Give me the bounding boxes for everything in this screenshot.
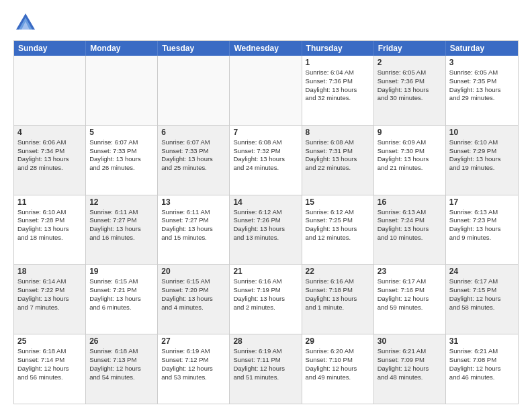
day-number: 17 [449, 197, 515, 207]
cal-header-cell: Wednesday [230, 41, 302, 56]
day-info: Sunrise: 6:12 AM Sunset: 7:25 PM Dayligh… [306, 208, 370, 242]
day-info: Sunrise: 6:09 AM Sunset: 7:30 PM Dayligh… [378, 138, 442, 173]
day-number: 29 [306, 336, 370, 346]
day-info: Sunrise: 6:06 AM Sunset: 7:34 PM Dayligh… [17, 138, 82, 173]
calendar-cell: 13Sunrise: 6:11 AM Sunset: 7:27 PM Dayli… [158, 195, 230, 265]
day-number: 12 [89, 197, 154, 207]
day-number: 27 [161, 336, 226, 346]
day-info: Sunrise: 6:14 AM Sunset: 7:22 PM Dayligh… [17, 277, 82, 312]
day-number: 22 [306, 267, 370, 276]
cal-header-cell: Tuesday [158, 41, 230, 56]
day-info: Sunrise: 6:10 AM Sunset: 7:28 PM Dayligh… [17, 208, 82, 242]
day-number: 2 [378, 58, 442, 67]
calendar-cell [158, 56, 230, 125]
day-number: 8 [306, 128, 370, 137]
day-info: Sunrise: 6:15 AM Sunset: 7:21 PM Dayligh… [89, 277, 154, 312]
calendar-row: 25Sunrise: 6:18 AM Sunset: 7:14 PM Dayli… [14, 334, 518, 404]
day-number: 3 [449, 58, 515, 67]
day-info: Sunrise: 6:15 AM Sunset: 7:20 PM Dayligh… [161, 277, 226, 312]
calendar-cell: 11Sunrise: 6:10 AM Sunset: 7:28 PM Dayli… [14, 195, 86, 265]
calendar-cell: 28Sunrise: 6:19 AM Sunset: 7:11 PM Dayli… [230, 334, 302, 404]
page: SundayMondayTuesdayWednesdayThursdayFrid… [0, 0, 532, 411]
day-info: Sunrise: 6:16 AM Sunset: 7:18 PM Dayligh… [306, 277, 370, 312]
day-number: 11 [17, 197, 82, 207]
day-info: Sunrise: 6:19 AM Sunset: 7:11 PM Dayligh… [233, 347, 298, 381]
calendar-cell [86, 56, 158, 125]
logo [13, 11, 40, 35]
day-info: Sunrise: 6:10 AM Sunset: 7:29 PM Dayligh… [449, 138, 515, 173]
calendar-cell: 10Sunrise: 6:10 AM Sunset: 7:29 PM Dayli… [446, 126, 518, 195]
day-info: Sunrise: 6:17 AM Sunset: 7:15 PM Dayligh… [449, 277, 515, 312]
calendar-cell: 23Sunrise: 6:17 AM Sunset: 7:16 PM Dayli… [374, 265, 446, 334]
calendar-cell: 5Sunrise: 6:07 AM Sunset: 7:33 PM Daylig… [86, 126, 158, 195]
calendar-cell: 25Sunrise: 6:18 AM Sunset: 7:14 PM Dayli… [14, 334, 86, 404]
calendar-body: 1Sunrise: 6:04 AM Sunset: 7:36 PM Daylig… [14, 56, 518, 404]
calendar-cell: 26Sunrise: 6:18 AM Sunset: 7:13 PM Dayli… [86, 334, 158, 404]
day-info: Sunrise: 6:12 AM Sunset: 7:26 PM Dayligh… [233, 208, 298, 242]
calendar-cell: 27Sunrise: 6:19 AM Sunset: 7:12 PM Dayli… [158, 334, 230, 404]
calendar-cell: 24Sunrise: 6:17 AM Sunset: 7:15 PM Dayli… [446, 265, 518, 334]
cal-header-cell: Monday [86, 41, 158, 56]
calendar-cell: 8Sunrise: 6:08 AM Sunset: 7:31 PM Daylig… [302, 126, 374, 195]
calendar-cell [14, 56, 86, 125]
day-number: 18 [17, 267, 82, 276]
day-number: 19 [89, 267, 154, 276]
day-info: Sunrise: 6:21 AM Sunset: 7:08 PM Dayligh… [449, 347, 515, 381]
calendar-row: 4Sunrise: 6:06 AM Sunset: 7:34 PM Daylig… [14, 125, 518, 195]
cal-header-cell: Sunday [14, 41, 86, 56]
day-info: Sunrise: 6:07 AM Sunset: 7:33 PM Dayligh… [161, 138, 226, 173]
day-number: 23 [378, 267, 442, 276]
header [13, 11, 519, 35]
cal-header-cell: Saturday [446, 41, 518, 56]
day-info: Sunrise: 6:08 AM Sunset: 7:31 PM Dayligh… [306, 138, 370, 173]
calendar-cell: 12Sunrise: 6:11 AM Sunset: 7:27 PM Dayli… [86, 195, 158, 265]
cal-header-cell: Friday [374, 41, 446, 56]
calendar: SundayMondayTuesdayWednesdayThursdayFrid… [13, 40, 519, 404]
calendar-cell: 1Sunrise: 6:04 AM Sunset: 7:36 PM Daylig… [302, 56, 374, 125]
cal-header-cell: Thursday [302, 41, 374, 56]
calendar-cell: 18Sunrise: 6:14 AM Sunset: 7:22 PM Dayli… [14, 265, 86, 334]
day-info: Sunrise: 6:16 AM Sunset: 7:19 PM Dayligh… [233, 277, 298, 312]
day-info: Sunrise: 6:21 AM Sunset: 7:09 PM Dayligh… [378, 347, 442, 381]
day-number: 4 [17, 128, 82, 137]
day-info: Sunrise: 6:07 AM Sunset: 7:33 PM Dayligh… [89, 138, 154, 173]
calendar-header: SundayMondayTuesdayWednesdayThursdayFrid… [14, 41, 518, 56]
day-number: 5 [89, 128, 154, 137]
calendar-cell: 19Sunrise: 6:15 AM Sunset: 7:21 PM Dayli… [86, 265, 158, 334]
calendar-cell: 9Sunrise: 6:09 AM Sunset: 7:30 PM Daylig… [374, 126, 446, 195]
day-info: Sunrise: 6:13 AM Sunset: 7:23 PM Dayligh… [449, 208, 515, 242]
day-number: 1 [306, 58, 370, 67]
day-info: Sunrise: 6:19 AM Sunset: 7:12 PM Dayligh… [161, 347, 226, 381]
calendar-row: 18Sunrise: 6:14 AM Sunset: 7:22 PM Dayli… [14, 264, 518, 334]
calendar-cell [230, 56, 302, 125]
day-number: 6 [161, 128, 226, 137]
day-number: 24 [449, 267, 515, 276]
calendar-cell: 17Sunrise: 6:13 AM Sunset: 7:23 PM Dayli… [446, 195, 518, 265]
calendar-cell: 29Sunrise: 6:20 AM Sunset: 7:10 PM Dayli… [302, 334, 374, 404]
day-info: Sunrise: 6:04 AM Sunset: 7:36 PM Dayligh… [306, 68, 370, 103]
day-info: Sunrise: 6:11 AM Sunset: 7:27 PM Dayligh… [161, 208, 226, 242]
day-info: Sunrise: 6:18 AM Sunset: 7:14 PM Dayligh… [17, 347, 82, 381]
day-number: 14 [233, 197, 298, 207]
day-number: 7 [233, 128, 298, 137]
day-info: Sunrise: 6:20 AM Sunset: 7:10 PM Dayligh… [306, 347, 370, 381]
calendar-cell: 20Sunrise: 6:15 AM Sunset: 7:20 PM Dayli… [158, 265, 230, 334]
day-number: 21 [233, 267, 298, 276]
day-info: Sunrise: 6:08 AM Sunset: 7:32 PM Dayligh… [233, 138, 298, 173]
day-info: Sunrise: 6:11 AM Sunset: 7:27 PM Dayligh… [89, 208, 154, 242]
calendar-row: 1Sunrise: 6:04 AM Sunset: 7:36 PM Daylig… [14, 56, 518, 125]
calendar-cell: 6Sunrise: 6:07 AM Sunset: 7:33 PM Daylig… [158, 126, 230, 195]
calendar-cell: 3Sunrise: 6:05 AM Sunset: 7:35 PM Daylig… [446, 56, 518, 125]
day-number: 25 [17, 336, 82, 346]
day-info: Sunrise: 6:05 AM Sunset: 7:35 PM Dayligh… [449, 68, 515, 103]
calendar-cell: 7Sunrise: 6:08 AM Sunset: 7:32 PM Daylig… [230, 126, 302, 195]
day-number: 31 [449, 336, 515, 346]
calendar-cell: 21Sunrise: 6:16 AM Sunset: 7:19 PM Dayli… [230, 265, 302, 334]
day-number: 30 [378, 336, 442, 346]
calendar-cell: 22Sunrise: 6:16 AM Sunset: 7:18 PM Dayli… [302, 265, 374, 334]
calendar-cell: 2Sunrise: 6:05 AM Sunset: 7:36 PM Daylig… [374, 56, 446, 125]
calendar-cell: 16Sunrise: 6:13 AM Sunset: 7:24 PM Dayli… [374, 195, 446, 265]
calendar-cell: 14Sunrise: 6:12 AM Sunset: 7:26 PM Dayli… [230, 195, 302, 265]
day-number: 9 [378, 128, 442, 137]
day-number: 15 [306, 197, 370, 207]
